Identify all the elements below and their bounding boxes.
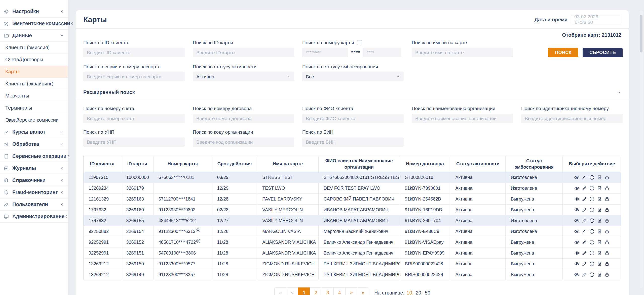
document-edit-icon[interactable] [597, 250, 602, 256]
table-row[interactable]: 92252991326915248501710****4722B11/28ALI… [84, 237, 621, 248]
page-button-1[interactable]: 1 [298, 287, 310, 295]
edit-icon[interactable] [582, 261, 587, 267]
scrollbar[interactable] [639, 10, 643, 288]
lock-icon[interactable] [604, 207, 610, 213]
document-edit-icon[interactable] [597, 185, 602, 191]
warning-icon[interactable] [589, 185, 595, 191]
card-number-checkbox[interactable] [357, 40, 362, 45]
document-edit-icon[interactable] [597, 239, 602, 245]
sidebar-item-клиенты-эмиссия-[interactable]: Клиенты (эмиссия) [0, 42, 68, 54]
lock-icon[interactable] [604, 250, 610, 256]
adv-поиск-по-наименованию-организации-input[interactable]: Введите наименование организации [412, 114, 513, 123]
table-row[interactable]: 12161329326916367112700****184112/28PAVE… [84, 194, 621, 205]
edit-icon[interactable] [582, 207, 587, 213]
lock-icon[interactable] [604, 175, 610, 180]
sidebar-item-эмитентские-комиссии[interactable]: Эмитентские комиссии [0, 18, 68, 30]
table-row[interactable]: 1797632326915543448613****523212/27VASIL… [84, 215, 621, 226]
page-button-3[interactable]: 3 [322, 287, 334, 295]
warning-icon[interactable] [589, 239, 595, 245]
edit-icon[interactable] [582, 239, 587, 245]
warning-icon[interactable] [589, 175, 595, 180]
lock-icon[interactable] [604, 261, 610, 267]
sidebar-item-клиенты-эквайринг-[interactable]: Клиенты (эквайринг) [0, 78, 68, 90]
warning-icon[interactable] [589, 261, 595, 267]
card-number-input-last[interactable]: **** [363, 48, 401, 57]
document-edit-icon[interactable] [597, 218, 602, 223]
warning-icon[interactable] [589, 229, 595, 234]
document-edit-icon[interactable] [597, 207, 602, 213]
view-icon[interactable] [574, 175, 580, 180]
sidebar-item-fraud-мониторинг[interactable]: Fraud-мониторинг [0, 186, 68, 199]
warning-icon[interactable] [589, 250, 595, 256]
page-button-2[interactable]: 2 [310, 287, 322, 295]
search-поиск-по-серии-и-номеру-паспорта-input[interactable]: Введите серию и номер паспорта [83, 72, 185, 81]
lock-icon[interactable] [604, 239, 610, 245]
document-edit-icon[interactable] [597, 261, 602, 267]
sidebar-item-данные[interactable]: Данные [0, 30, 68, 42]
page-button-4[interactable]: 4 [333, 287, 346, 295]
sidebar-item-журналы[interactable]: Журналы [0, 162, 68, 174]
view-icon[interactable] [574, 218, 580, 223]
per-page-option-20[interactable]: 20, [416, 290, 423, 295]
lock-icon[interactable] [604, 229, 610, 234]
view-icon[interactable] [574, 196, 580, 202]
sidebar-item-справочники[interactable]: Справочники [0, 174, 68, 186]
lock-icon[interactable] [604, 218, 610, 223]
warning-icon[interactable] [589, 207, 595, 213]
sidebar-item-администрирование[interactable]: Администрирование [0, 211, 68, 223]
document-edit-icon[interactable] [597, 229, 602, 234]
table-row[interactable]: 92250882326915491123300****6313A12/26MAR… [84, 226, 621, 237]
adv-поиск-по-фио-клиента-input[interactable]: Введите ФИО клиента [302, 114, 404, 123]
edit-icon[interactable] [582, 175, 587, 180]
card-number-input-first[interactable]: ******** [302, 48, 348, 57]
adv-поиск-по-номеру-договора-input[interactable]: Введите номер договора [193, 114, 294, 123]
search-поиск-по-статусу-эмбоссирования-select[interactable]: Все [302, 72, 404, 81]
view-icon[interactable] [574, 207, 580, 213]
pagination-nav-prev[interactable]: < [286, 287, 298, 295]
sidebar-item-терминалы[interactable]: Терминалы [0, 102, 68, 114]
reset-button[interactable]: СБРОСИТЬ [583, 48, 623, 57]
edit-icon[interactable] [582, 185, 587, 191]
sidebar-item-сервисные-операции[interactable]: Сервисные операции [0, 150, 68, 162]
sidebar-item-счета-договоры[interactable]: Счета/Договоры [0, 54, 68, 66]
search-поиск-по-статусу-активности-select[interactable]: Активна [193, 72, 294, 81]
table-row[interactable]: 92252991326915154709100****380611/28ALIA… [84, 248, 621, 259]
view-icon[interactable] [574, 250, 580, 256]
document-edit-icon[interactable] [597, 272, 602, 277]
edit-icon[interactable] [582, 218, 587, 223]
adv-поиск-по-коду-организации-input[interactable]: Введите код организации [193, 137, 294, 147]
search-поиск-по-имени-на-карте-input[interactable]: Введите имя на карте [412, 48, 513, 57]
table-row[interactable]: 13269212326915091123300****957711/28ZIGM… [84, 259, 621, 269]
edit-icon[interactable] [582, 272, 587, 277]
sidebar-item-курсы-валют[interactable]: Курсы валют [0, 126, 68, 138]
scrollbar-thumb[interactable] [640, 15, 642, 53]
warning-icon[interactable] [589, 218, 595, 223]
lock-icon[interactable] [604, 185, 610, 191]
search-поиск-по-id-клиента-input[interactable]: Введите ID клиента [83, 48, 185, 57]
sidebar-item-пользователи[interactable]: Пользователи [0, 199, 68, 211]
view-icon[interactable] [574, 272, 580, 277]
per-page-option-10[interactable]: 10, [407, 290, 413, 295]
sidebar-item-мерчанты[interactable]: Мерчанты [0, 90, 68, 102]
table-row[interactable]: 11987315100000000676663******018103/29ST… [84, 172, 621, 183]
sidebar-item-обработка[interactable]: Обработка [0, 138, 68, 150]
adv-поиск-по-номеру-счета-input[interactable]: Введите номер счета [83, 114, 185, 123]
edit-icon[interactable] [582, 250, 587, 256]
edit-icon[interactable] [582, 229, 587, 234]
search-button[interactable]: ПОИСК [548, 48, 578, 57]
document-edit-icon[interactable] [597, 175, 602, 180]
document-edit-icon[interactable] [597, 196, 602, 202]
view-icon[interactable] [574, 261, 580, 267]
view-icon[interactable] [574, 185, 580, 191]
adv-поиск-по-бин-input[interactable]: Введите БИН [302, 137, 404, 147]
pagination-nav-last[interactable]: » [357, 287, 369, 295]
table-row[interactable]: 13269212326914991123300****335711/28ZIGM… [84, 269, 621, 280]
pagination-nav-first[interactable]: « [274, 287, 286, 295]
adv-поиск-по-унп-input[interactable]: Введите УНП [83, 137, 185, 147]
warning-icon[interactable] [589, 196, 595, 202]
lock-icon[interactable] [604, 196, 610, 202]
datetime-input[interactable]: 03.02.2026 17:33:50 [571, 15, 621, 24]
lock-icon[interactable] [604, 272, 610, 277]
view-icon[interactable] [574, 239, 580, 245]
edit-icon[interactable] [582, 196, 587, 202]
